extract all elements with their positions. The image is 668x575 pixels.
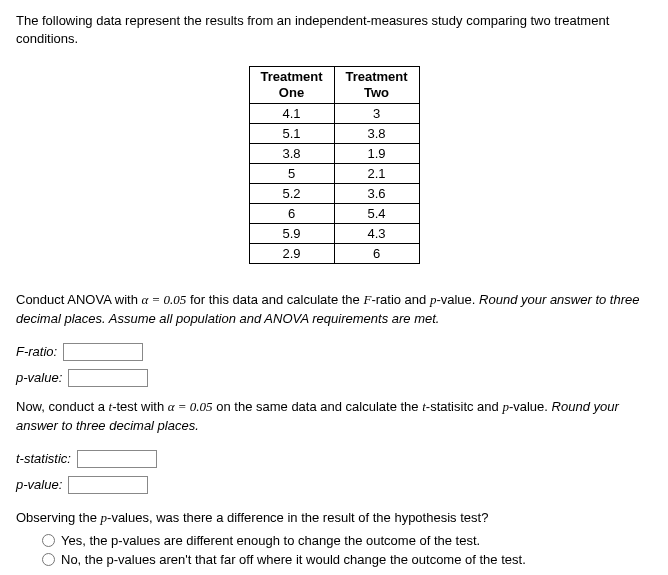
table-row: 5.23.6 (249, 183, 419, 203)
t-statistic-row: t-statistic: (16, 450, 652, 468)
radio-no[interactable] (42, 553, 55, 566)
f-ratio-row: F-ratio: (16, 343, 652, 361)
data-table-container: Treatment One Treatment Two 4.13 5.13.8 … (16, 66, 652, 263)
col-header-1: Treatment One (249, 67, 334, 103)
radio-yes-label: Yes, the p-values are different enough t… (61, 533, 480, 548)
table-row: 5.94.3 (249, 223, 419, 243)
table-row: 65.4 (249, 203, 419, 223)
f-ratio-label: F-ratio: (16, 344, 57, 359)
ttest-instruction: Now, conduct a t-test with α = 0.05 on t… (16, 397, 652, 436)
anova-instruction: Conduct ANOVA with α = 0.05 for this dat… (16, 290, 652, 329)
p-value-row-1: p-value: (16, 369, 652, 387)
table-row: 3.81.9 (249, 143, 419, 163)
table-row: 52.1 (249, 163, 419, 183)
table-row: 5.13.8 (249, 123, 419, 143)
p-value-input-2[interactable] (68, 476, 148, 494)
t-statistic-input[interactable] (77, 450, 157, 468)
radio-option-yes: Yes, the p-values are different enough t… (42, 533, 652, 548)
col-header-2: Treatment Two (334, 67, 419, 103)
data-table: Treatment One Treatment Two 4.13 5.13.8 … (249, 66, 420, 263)
p-value-label-1: p-value: (16, 370, 62, 385)
p-value-input-1[interactable] (68, 369, 148, 387)
table-row: 4.13 (249, 103, 419, 123)
table-row: 2.96 (249, 243, 419, 263)
intro-text: The following data represent the results… (16, 12, 652, 48)
radio-option-no: No, the p-values aren't that far off whe… (42, 552, 652, 567)
p-value-label-2: p-value: (16, 477, 62, 492)
radio-no-label: No, the p-values aren't that far off whe… (61, 552, 526, 567)
question-text: Observing the p-values, was there a diff… (16, 508, 652, 528)
radio-yes[interactable] (42, 534, 55, 547)
radio-group: Yes, the p-values are different enough t… (16, 533, 652, 567)
t-statistic-label: t-statistic: (16, 451, 71, 466)
f-ratio-input[interactable] (63, 343, 143, 361)
data-body: 4.13 5.13.8 3.81.9 52.1 5.23.6 65.4 5.94… (249, 103, 419, 263)
p-value-row-2: p-value: (16, 476, 652, 494)
